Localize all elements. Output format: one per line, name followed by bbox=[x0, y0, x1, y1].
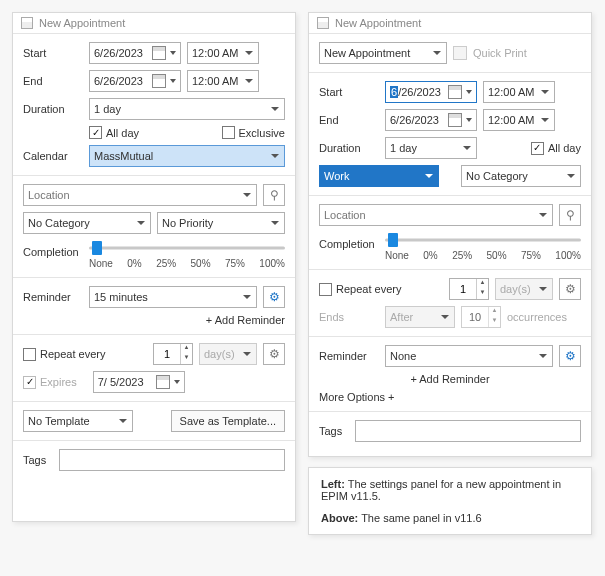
start-label: Start bbox=[319, 86, 379, 98]
calendar-select[interactable]: MassMutual bbox=[89, 145, 285, 167]
start-time[interactable]: 12:00 AM bbox=[483, 81, 555, 103]
type-select[interactable]: New Appointment bbox=[319, 42, 447, 64]
gear-icon[interactable]: ⚙ bbox=[263, 286, 285, 308]
printer-icon bbox=[453, 46, 467, 60]
end-date[interactable]: 6/26/2023 bbox=[89, 70, 181, 92]
start-time[interactable]: 12:00 AM bbox=[187, 42, 259, 64]
panel-left: New Appointment Start 6/26/2023 12:00 AM… bbox=[12, 12, 296, 522]
add-reminder-link[interactable]: + Add Reminder bbox=[206, 314, 285, 326]
ends-label: Ends bbox=[319, 311, 379, 323]
duration-label: Duration bbox=[319, 142, 379, 154]
map-pin-icon[interactable]: ⚲ bbox=[263, 184, 285, 206]
reminder-label: Reminder bbox=[23, 291, 83, 303]
template-select[interactable]: No Template bbox=[23, 410, 133, 432]
repeat-unit: day(s) bbox=[495, 278, 553, 300]
allday-checkbox[interactable]: All day bbox=[89, 126, 139, 139]
titlebar-right: New Appointment bbox=[309, 13, 591, 34]
reminder-select[interactable]: None bbox=[385, 345, 553, 367]
duration-select[interactable]: 1 day bbox=[385, 137, 477, 159]
titlebar-left: New Appointment bbox=[13, 13, 295, 34]
priority-select[interactable]: No Priority bbox=[157, 212, 285, 234]
repeat-unit: day(s) bbox=[199, 343, 257, 365]
calendar-icon bbox=[21, 17, 33, 29]
reminder-select[interactable]: 15 minutes bbox=[89, 286, 257, 308]
completion-label: Completion bbox=[319, 232, 379, 250]
completion-label: Completion bbox=[23, 240, 83, 258]
tags-label: Tags bbox=[23, 454, 53, 466]
tags-input[interactable] bbox=[59, 449, 285, 471]
end-label: End bbox=[23, 75, 83, 87]
repeat-gear-icon[interactable]: ⚙ bbox=[559, 278, 581, 300]
repeat-count[interactable]: ▲▼ bbox=[449, 278, 489, 300]
more-options-link[interactable]: More Options + bbox=[319, 391, 395, 403]
end-label: End bbox=[319, 114, 379, 126]
repeat-checkbox[interactable]: Repeat every bbox=[319, 283, 401, 296]
add-reminder-link[interactable]: + Add Reminder bbox=[410, 373, 489, 385]
end-time[interactable]: 12:00 AM bbox=[483, 109, 555, 131]
start-label: Start bbox=[23, 47, 83, 59]
expires-checkbox[interactable]: Expires bbox=[23, 376, 77, 389]
panel-right: New Appointment New Appointment Quick Pr… bbox=[308, 12, 592, 457]
reminder-label: Reminder bbox=[319, 350, 379, 362]
repeat-gear-icon[interactable]: ⚙ bbox=[263, 343, 285, 365]
caption-note: Left: The settings panel for a new appoi… bbox=[308, 467, 592, 535]
ends-unit: occurrences bbox=[507, 311, 567, 323]
gear-icon[interactable]: ⚙ bbox=[559, 345, 581, 367]
duration-label: Duration bbox=[23, 103, 83, 115]
completion-slider[interactable] bbox=[385, 232, 581, 248]
duration-select[interactable]: 1 day bbox=[89, 98, 285, 120]
location-input[interactable]: Location bbox=[23, 184, 257, 206]
title-text: New Appointment bbox=[39, 17, 125, 29]
completion-slider[interactable] bbox=[89, 240, 285, 256]
repeat-count[interactable]: ▲▼ bbox=[153, 343, 193, 365]
title-text: New Appointment bbox=[335, 17, 421, 29]
end-date[interactable]: 6/26/2023 bbox=[385, 109, 477, 131]
repeat-checkbox[interactable]: Repeat every bbox=[23, 348, 105, 361]
map-pin-icon[interactable]: ⚲ bbox=[559, 204, 581, 226]
completion-ticks: None0%25%50%75%100% bbox=[385, 248, 581, 261]
tags-input[interactable] bbox=[355, 420, 581, 442]
calendar-select[interactable]: Work bbox=[319, 165, 439, 187]
completion-ticks: None0%25%50%75%100% bbox=[89, 256, 285, 269]
calendar-icon bbox=[317, 17, 329, 29]
allday-checkbox[interactable]: All day bbox=[531, 142, 581, 155]
category-select[interactable]: No Category bbox=[461, 165, 581, 187]
start-date[interactable]: 6/26/2023 bbox=[385, 81, 477, 103]
quick-print: Quick Print bbox=[453, 46, 527, 60]
expires-date[interactable]: 7/ 5/2023 bbox=[93, 371, 185, 393]
end-time[interactable]: 12:00 AM bbox=[187, 70, 259, 92]
save-template-button[interactable]: Save as Template... bbox=[171, 410, 285, 432]
category-select[interactable]: No Category bbox=[23, 212, 151, 234]
calendar-label: Calendar bbox=[23, 150, 83, 162]
ends-count: ▲▼ bbox=[461, 306, 501, 328]
ends-select: After bbox=[385, 306, 455, 328]
location-input[interactable]: Location bbox=[319, 204, 553, 226]
tags-label: Tags bbox=[319, 425, 349, 437]
exclusive-checkbox[interactable]: Exclusive bbox=[222, 126, 285, 139]
start-date[interactable]: 6/26/2023 bbox=[89, 42, 181, 64]
